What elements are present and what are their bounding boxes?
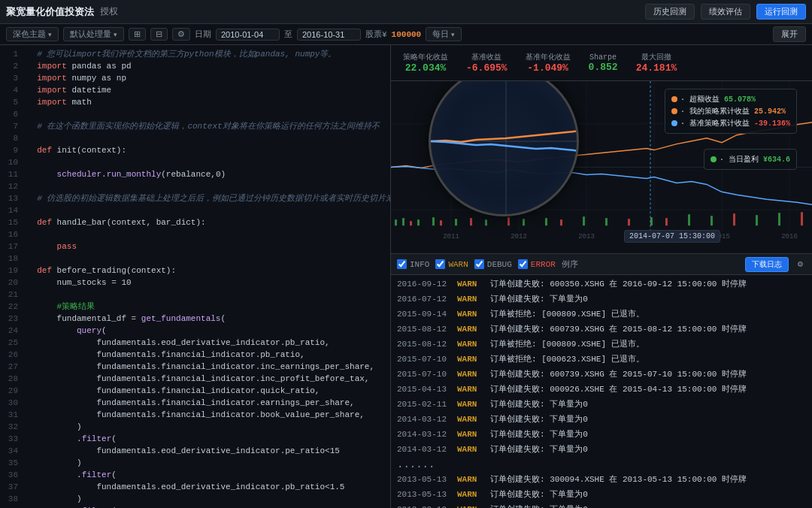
log-row-date: 2014-03-12 [397, 443, 451, 456]
log-row: 2014-03-12WARN订单创建失败: 下单量为0 [391, 412, 812, 427]
code-line-35: ) [27, 457, 390, 469]
log-row-date: 2013-05-13 [397, 488, 451, 501]
date-from-input[interactable] [216, 29, 280, 41]
svg-rect-29 [605, 218, 607, 225]
code-line-14 [27, 204, 390, 216]
code-content[interactable]: 1234567891011121314151617181920212223242… [0, 45, 390, 508]
code-line-12 [27, 180, 390, 192]
svg-rect-36 [756, 215, 758, 225]
log-row-msg: 订单创建失败: 下单量为0 [490, 428, 806, 441]
log-row-date: 2016-09-12 [397, 277, 451, 291]
code-line-20: num_stocks = 10 [27, 277, 390, 289]
code-line-17: pass [27, 240, 390, 252]
code-line-25: fundamentals.eod_derivative_indicator.pb… [27, 337, 390, 349]
log-row-msg: 订单被拒绝: [000809.XSHE] 已退市。 [490, 307, 806, 321]
filter-error-checkbox[interactable] [518, 259, 528, 269]
log-row: 2013-05-13WARN订单创建失败: 300094.XSHE 在 2013… [391, 472, 812, 487]
stat-annual-return-label: 策略年化收益 [403, 52, 448, 62]
code-line-36: .filter( [27, 469, 390, 481]
run-button[interactable]: 运行回测 [756, 4, 806, 20]
svg-rect-16 [402, 218, 404, 225]
log-content[interactable]: 2016-09-12WARN订单创建失败: 600350.XSHG 在 2016… [391, 275, 812, 508]
log-filter-warn: WARN [435, 259, 468, 269]
filter-warn-label: WARN [448, 260, 468, 269]
svg-rect-33 [688, 214, 690, 225]
filter-debug-label: DEBUG [487, 260, 512, 269]
filter-debug-checkbox[interactable] [474, 259, 484, 269]
code-line-16 [27, 228, 390, 240]
filter-warn-checkbox[interactable] [435, 259, 445, 269]
svg-rect-18 [417, 219, 420, 225]
code-line-1: # 您可以import我们评价文档的第三方python模块，比如pandas, … [27, 48, 390, 60]
log-row: 2015-08-12WARN订单创建失败: 600739.XSHG 在 2015… [391, 322, 812, 337]
svg-text:2011: 2011 [443, 233, 459, 240]
stats-bar: 策略年化收益 22.034% 基准收益 -6.695% 基准年化收益 -1.04… [391, 45, 812, 81]
svg-rect-20 [440, 220, 442, 225]
svg-text:2016: 2016 [781, 233, 798, 240]
svg-rect-38 [801, 212, 803, 225]
freq-dropdown[interactable]: 每日 [426, 27, 462, 41]
svg-rect-19 [432, 217, 435, 225]
log-row-msg: 订单创建失败: 下单量为0 [490, 503, 806, 508]
code-lines[interactable]: # 您可以import我们评价文档的第三方python模块，比如pandas, … [23, 45, 390, 508]
log-dots: ...... [391, 457, 812, 472]
log-settings-icon[interactable]: ⚙ [795, 259, 806, 270]
stat-benchmark-return-value: -6.695% [466, 62, 508, 74]
log-row-level: WARN [457, 413, 484, 426]
right-panel: 策略年化收益 22.034% 基准收益 -6.695% 基准年化收益 -1.04… [391, 45, 812, 508]
log-row: 2015-02-11WARN订单创建失败: 下单量为0 [391, 397, 812, 412]
capital-value: 100000 [392, 30, 422, 39]
log-row-level: WARN [457, 337, 484, 351]
svg-rect-31 [650, 217, 653, 225]
review-button[interactable]: 绩效评估 [701, 4, 750, 20]
code-line-13: # 仿选股的初始逻辑数据集基础上处理之后后，例如已通过分钟历史数据切片或者实时历… [27, 192, 390, 204]
log-row-level: WARN [457, 277, 484, 291]
stat-benchmark-return-label: 基准收益 [471, 52, 501, 62]
log-row-level: WARN [457, 367, 484, 381]
log-row-msg: 订单创建失败: 600739.XSHG 在 2015-08-12 15:00:0… [490, 322, 806, 336]
log-row-date: 2012-08-10 [397, 503, 451, 508]
stat-max-drawdown: 最大回撤 24.181% [636, 52, 677, 74]
svg-rect-28 [583, 216, 585, 225]
history-button[interactable]: 历史回测 [645, 4, 695, 20]
stat-max-drawdown-value: 24.181% [636, 62, 677, 74]
date-to-input[interactable] [297, 29, 361, 41]
stat-annual-return: 策略年化收益 22.034% [403, 52, 448, 74]
log-row: 2015-08-12WARN订单被拒绝: [000809.XSHE] 已退市。 [391, 337, 812, 352]
icon-btn-3[interactable]: ⚙ [172, 28, 190, 41]
svg-rect-21 [455, 219, 457, 225]
stat-sharpe: Sharpe 0.852 [589, 53, 618, 73]
stat-sharpe-label: Sharpe [589, 53, 617, 62]
log-row-level: WARN [457, 488, 484, 501]
filter-info-checkbox[interactable] [397, 259, 407, 269]
chart-svg: 2011 2012 2013 2014 2015 2016 [391, 81, 812, 253]
log-filter-error: ERROR [518, 259, 556, 269]
code-line-5: import math [27, 96, 390, 108]
stat-sharpe-value: 0.852 [589, 62, 618, 73]
code-line-21 [27, 289, 390, 301]
toolbar: 深色主题 默认处理量 ⊞ ⊟ ⚙ 日期 至 股票¥ 100000 每日 展开 [0, 24, 812, 45]
log-row: 2012-08-10WARN订单创建失败: 下单量为0 [391, 502, 812, 508]
svg-rect-35 [733, 213, 735, 225]
log-row-msg: 订单被拒绝: [000623.XSHE] 已退市。 [490, 352, 806, 366]
svg-rect-27 [560, 219, 562, 225]
icon-btn-1[interactable]: ⊞ [129, 28, 146, 41]
log-row: 2014-03-12WARN订单创建失败: 下单量为0 [391, 442, 812, 457]
theme-dropdown[interactable]: 深色主题 [6, 27, 59, 41]
log-row-level: WARN [457, 383, 484, 396]
log-row: 2015-07-10WARN订单被拒绝: [000623.XSHE] 已退市。 [391, 352, 812, 367]
log-row-date: 2015-09-14 [397, 307, 451, 321]
log-row-msg: 订单创建失败: 下单量为0 [490, 488, 806, 501]
download-log-button[interactable]: 下载日志 [745, 257, 789, 272]
svg-rect-32 [665, 218, 668, 225]
speed-dropdown[interactable]: 默认处理量 [63, 27, 124, 41]
log-row: 2015-09-14WARN订单被拒绝: [000809.XSHE] 已退市。 [391, 307, 812, 322]
log-row: 2014-03-12WARN订单创建失败: 下单量为0 [391, 427, 812, 442]
expand-button[interactable]: 展开 [773, 26, 806, 42]
log-row-level: WARN [457, 322, 484, 336]
icon-btn-2[interactable]: ⊟ [150, 28, 168, 41]
log-row: 2016-09-12WARN订单创建失败: 600350.XSHG 在 2016… [391, 277, 812, 292]
stat-annual-return-value: 22.034% [405, 62, 447, 74]
chart-area[interactable]: 2011 2012 2013 2014 2015 2016 [391, 81, 812, 254]
code-line-30: fundamentals.financial_indicator.earning… [27, 397, 390, 409]
